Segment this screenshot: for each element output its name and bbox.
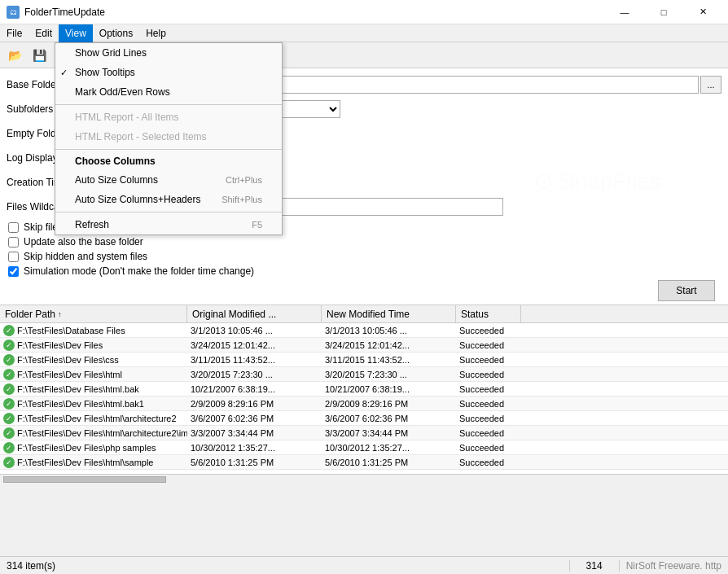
menu-auto-size-headers[interactable]: Auto Size Columns+Headers Shift+Plus bbox=[55, 190, 282, 209]
cell-orig: 10/30/2012 1:35:27... bbox=[187, 440, 322, 455]
col-header-status[interactable]: Status bbox=[456, 305, 521, 323]
checkbox-update-base-row: Update also the base folder bbox=[7, 236, 721, 248]
cell-path: ✓ F:\TestFiles\Dev Files\php samples bbox=[0, 440, 187, 455]
menu-edit[interactable]: Edit bbox=[29, 24, 59, 42]
view-menu: Show Grid Lines ✓ Show Tooltips Mark Odd… bbox=[55, 42, 283, 235]
cell-new: 3/11/2015 11:43:52... bbox=[322, 353, 456, 367]
window-title: FolderTimeUpdate bbox=[24, 7, 606, 18]
menu-bar: File Edit View Options Help bbox=[0, 24, 728, 42]
start-button[interactable]: Start bbox=[658, 280, 715, 301]
menu-html-all[interactable]: HTML Report - All Items bbox=[55, 107, 282, 127]
h-scrollbar-thumb[interactable] bbox=[3, 476, 166, 483]
menu-refresh[interactable]: Refresh F5 bbox=[55, 215, 282, 234]
minimize-button[interactable]: — bbox=[606, 0, 643, 24]
status-icon: ✓ bbox=[3, 413, 15, 424]
refresh-shortcut: F5 bbox=[252, 220, 262, 230]
cell-orig: 2/9/2009 8:29:16 PM bbox=[187, 397, 322, 411]
col-header-new[interactable]: New Modified Time bbox=[322, 305, 456, 323]
cell-new: 5/6/2010 1:31:25 PM bbox=[322, 455, 456, 470]
menu-help[interactable]: Help bbox=[139, 24, 173, 42]
cell-path: ✓ F:\TestFiles\Dev Files\css bbox=[0, 353, 187, 367]
title-bar: 🗂 FolderTimeUpdate — □ ✕ bbox=[0, 0, 728, 24]
checkbox-skip-hidden-row: Skip hidden and system files bbox=[7, 251, 721, 262]
cell-path: ✓ F:\TestFiles\Dev Files\html\sample bbox=[0, 455, 187, 470]
close-button[interactable]: ✕ bbox=[684, 0, 721, 24]
cell-status: Succeeded bbox=[456, 455, 521, 470]
cell-orig: 3/6/2007 6:02:36 PM bbox=[187, 411, 322, 426]
horizontal-scrollbar[interactable] bbox=[0, 474, 728, 484]
menu-html-selected[interactable]: HTML Report - Selected Items bbox=[55, 127, 282, 147]
sort-arrow-path: ↑ bbox=[58, 310, 62, 318]
table-row[interactable]: ✓ F:\TestFiles\Dev Files\php samples 10/… bbox=[0, 440, 728, 455]
cell-path: ✓ F:\TestFiles\Dev Files\html\architectu… bbox=[0, 411, 187, 426]
table-row[interactable]: ✓ F:\TestFiles\Dev Files\css 3/11/2015 1… bbox=[0, 353, 728, 367]
cell-orig: 3/1/2013 10:05:46 ... bbox=[187, 323, 322, 338]
status-icon: ✓ bbox=[3, 354, 15, 366]
cell-path: ✓ F:\TestFiles\Dev Files\html.bak bbox=[0, 382, 187, 397]
checkbox-skip-future[interactable] bbox=[8, 222, 19, 233]
menu-show-tooltips[interactable]: ✓ Show Tooltips bbox=[55, 63, 282, 82]
maximize-button[interactable]: □ bbox=[645, 0, 682, 24]
separator-2 bbox=[55, 149, 282, 150]
toolbar-save[interactable]: 💾 bbox=[28, 45, 50, 66]
window-controls: — □ ✕ bbox=[606, 0, 721, 24]
auto-size-shortcut: Ctrl+Plus bbox=[226, 175, 262, 185]
col-header-orig[interactable]: Original Modified ... bbox=[187, 305, 322, 323]
status-icon: ✓ bbox=[3, 398, 15, 410]
table-row[interactable]: ✓ F:\TestFiles\Database Files 3/1/2013 1… bbox=[0, 323, 728, 338]
table-row[interactable]: ✓ F:\TestFiles\Dev Files\html\architectu… bbox=[0, 426, 728, 440]
checkbox-update-base[interactable] bbox=[8, 237, 19, 248]
cell-orig: 3/11/2015 11:43:52... bbox=[187, 353, 322, 367]
cell-orig: 3/24/2015 12:01:42... bbox=[187, 338, 322, 353]
cell-new: 3/20/2015 7:23:30 ... bbox=[322, 367, 456, 382]
auto-size-headers-shortcut: Shift+Plus bbox=[221, 195, 262, 204]
separator-1 bbox=[55, 104, 282, 105]
cell-path: ✓ F:\TestFiles\Dev Files\html\architectu… bbox=[0, 426, 187, 440]
status-icon: ✓ bbox=[3, 457, 15, 468]
status-icon: ✓ bbox=[3, 340, 15, 351]
menu-show-grid-lines[interactable]: Show Grid Lines bbox=[55, 43, 282, 63]
separator-3 bbox=[55, 212, 282, 213]
menu-view[interactable]: View bbox=[59, 24, 93, 42]
browse-button[interactable]: ... bbox=[700, 76, 721, 94]
cell-new: 3/1/2013 10:05:46 ... bbox=[322, 323, 456, 338]
menu-mark-odd-even[interactable]: Mark Odd/Even Rows bbox=[55, 82, 282, 102]
table-row[interactable]: ✓ F:\TestFiles\Dev Files\html.bak 10/21/… bbox=[0, 382, 728, 397]
cell-status: Succeeded bbox=[456, 338, 521, 353]
table-row[interactable]: ✓ F:\TestFiles\Dev Files 3/24/2015 12:01… bbox=[0, 338, 728, 353]
toolbar-open[interactable]: 📂 bbox=[3, 45, 26, 66]
start-button-container: Start bbox=[7, 280, 721, 305]
cell-orig: 10/21/2007 6:38:19... bbox=[187, 382, 322, 397]
checkbox-simulation-row: Simulation mode (Don't make the folder t… bbox=[7, 265, 721, 277]
status-item-count: 314 item(s) bbox=[7, 560, 569, 572]
table-row[interactable]: ✓ F:\TestFiles\Dev Files\html.bak1 2/9/2… bbox=[0, 397, 728, 411]
results-body[interactable]: ✓ F:\TestFiles\Database Files 3/1/2013 1… bbox=[0, 323, 728, 474]
table-row[interactable]: ✓ F:\TestFiles\Dev Files\html\sample 5/6… bbox=[0, 455, 728, 470]
status-brand: NirSoft Freeware. http bbox=[620, 560, 721, 572]
menu-file[interactable]: File bbox=[0, 24, 29, 42]
status-count: 314 bbox=[569, 560, 620, 572]
app-icon: 🗂 bbox=[7, 6, 20, 19]
status-bar: 314 item(s) 314 NirSoft Freeware. http bbox=[0, 556, 728, 574]
cell-new: 10/21/2007 6:38:19... bbox=[322, 382, 456, 397]
menu-options[interactable]: Options bbox=[93, 24, 139, 42]
cell-path: ✓ F:\TestFiles\Database Files bbox=[0, 323, 187, 338]
status-icon: ✓ bbox=[3, 369, 15, 380]
cell-status: Succeeded bbox=[456, 411, 521, 426]
table-row[interactable]: ✓ F:\TestFiles\Dev Files\html 3/20/2015 … bbox=[0, 367, 728, 382]
table-row[interactable]: ✓ F:\TestFiles\Dev Files\html\architectu… bbox=[0, 411, 728, 426]
checkbox-simulation[interactable] bbox=[8, 266, 19, 277]
cell-new: 3/3/2007 3:34:44 PM bbox=[322, 426, 456, 440]
cell-status: Succeeded bbox=[456, 440, 521, 455]
col-header-path[interactable]: Folder Path ↑ bbox=[0, 305, 187, 323]
checkbox-skip-hidden[interactable] bbox=[8, 252, 19, 262]
cell-path: ✓ F:\TestFiles\Dev Files\html.bak1 bbox=[0, 397, 187, 411]
status-icon: ✓ bbox=[3, 427, 15, 439]
menu-auto-size[interactable]: Auto Size Columns Ctrl+Plus bbox=[55, 170, 282, 190]
cell-status: Succeeded bbox=[456, 426, 521, 440]
cell-new: 3/24/2015 12:01:42... bbox=[322, 338, 456, 353]
show-tooltips-checkmark: ✓ bbox=[60, 68, 68, 78]
status-icon: ✓ bbox=[3, 325, 15, 336]
cell-orig: 5/6/2010 1:31:25 PM bbox=[187, 455, 322, 470]
checkbox-skip-hidden-label: Skip hidden and system files bbox=[24, 251, 147, 262]
